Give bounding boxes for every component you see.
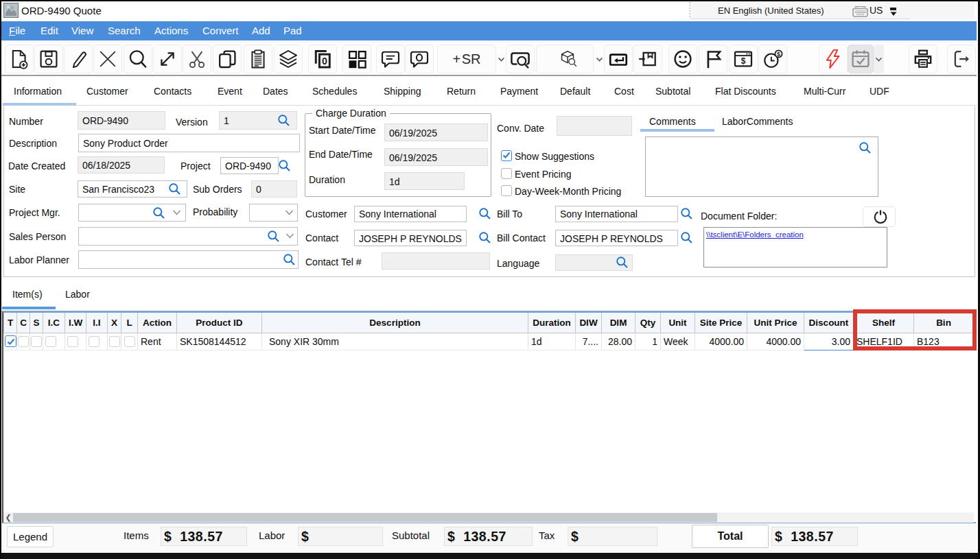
- svg-text:$: $: [741, 56, 746, 66]
- svg-text:$: $: [777, 51, 780, 58]
- svg-text:0: 0: [322, 56, 327, 67]
